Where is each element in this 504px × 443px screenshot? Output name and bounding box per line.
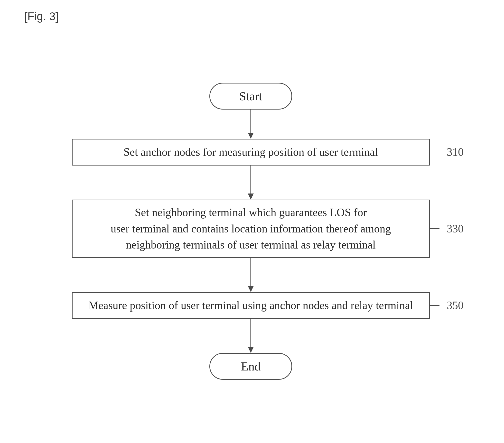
process-350-text: Measure position of user terminal using … bbox=[88, 298, 413, 314]
diagram-page: [Fig. 3] Start Set anchor nodes for meas… bbox=[0, 0, 504, 443]
svg-marker-3 bbox=[248, 194, 254, 200]
svg-marker-7 bbox=[248, 347, 254, 353]
label-tick-310 bbox=[430, 152, 439, 152]
process-step-310: Set anchor nodes for measuring position … bbox=[72, 139, 430, 165]
svg-marker-5 bbox=[248, 286, 254, 292]
arrow-start-to-310 bbox=[250, 109, 251, 139]
process-310-text: Set anchor nodes for measuring position … bbox=[124, 144, 378, 160]
label-tick-330 bbox=[430, 228, 439, 229]
end-text: End bbox=[241, 359, 261, 373]
svg-marker-1 bbox=[248, 133, 254, 139]
start-terminator: Start bbox=[209, 83, 292, 109]
step-label-350: 350 bbox=[447, 299, 464, 312]
process-step-350: Measure position of user terminal using … bbox=[72, 292, 430, 319]
process-step-330: Set neighboring terminal which guarantee… bbox=[72, 200, 430, 258]
arrow-330-to-350 bbox=[250, 258, 251, 292]
step-label-310: 310 bbox=[447, 145, 464, 159]
step-label-330: 330 bbox=[447, 222, 464, 235]
process-330-text: Set neighboring terminal which guarantee… bbox=[111, 204, 391, 253]
arrow-310-to-330 bbox=[250, 165, 251, 200]
start-text: Start bbox=[239, 89, 262, 103]
end-terminator: End bbox=[209, 353, 292, 380]
label-tick-350 bbox=[430, 305, 439, 306]
figure-label: [Fig. 3] bbox=[24, 10, 59, 23]
arrow-350-to-end bbox=[250, 319, 251, 353]
